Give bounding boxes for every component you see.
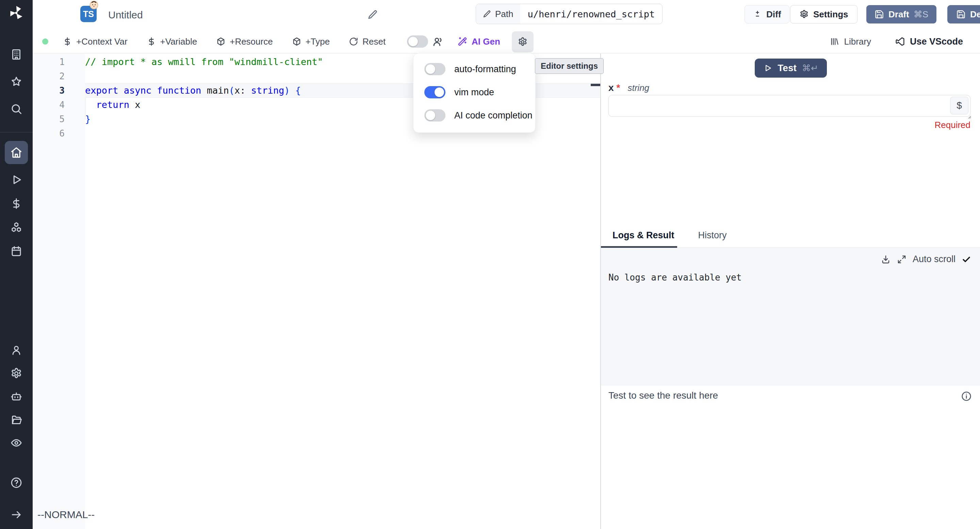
AI-code-completion-toggle[interactable] <box>424 109 445 121</box>
line-number: 4 <box>33 98 85 112</box>
sidebar-item-resources[interactable] <box>8 219 24 236</box>
sidebar-item-users[interactable] <box>8 342 24 359</box>
toolbar-button-contextvar[interactable]: +Context Var <box>63 37 127 47</box>
sidebar-item-workspace[interactable] <box>8 46 24 63</box>
logs-panel <box>601 248 980 386</box>
sidebar-item-home[interactable] <box>5 141 28 164</box>
check-icon[interactable] <box>962 255 971 264</box>
code-line[interactable] <box>85 126 323 140</box>
toolbar-button-reset[interactable]: Reset <box>349 37 385 47</box>
windmill-logo-icon[interactable] <box>8 5 24 21</box>
package-icon <box>216 37 226 46</box>
robot-icon <box>10 390 22 403</box>
use-vscode-button[interactable]: Use VScode <box>895 37 963 47</box>
deploy-button[interactable]: Deploy <box>947 5 980 24</box>
calendar-icon <box>10 245 22 257</box>
ai-gen-label: AI Gen <box>472 37 500 47</box>
sidebar-item-workers[interactable] <box>8 389 24 405</box>
sidebar-item-runs[interactable] <box>8 172 24 188</box>
result-placeholder: Test to see the result here <box>608 390 718 401</box>
menu-option-vim-mode: vim mode <box>414 81 535 104</box>
tab-history[interactable]: History <box>698 230 727 247</box>
auto-scroll-label[interactable]: Auto scroll <box>913 254 956 264</box>
library-icon <box>830 37 839 46</box>
diff-button-label: Diff <box>766 9 781 20</box>
user-icon <box>10 344 22 357</box>
field-type: string <box>627 83 649 93</box>
code-line[interactable]: // import * as wmill from "windmill-clie… <box>85 55 323 69</box>
vim-mode-toggle[interactable] <box>424 86 445 99</box>
download-logs-icon[interactable] <box>881 254 891 264</box>
editor-toolbar: +Context Var+Variable+Resource+TypeReset… <box>33 30 980 53</box>
boxes-icon <box>10 221 22 234</box>
line-number: 2 <box>33 69 85 83</box>
path-label: Path <box>495 9 514 19</box>
info-icon[interactable] <box>961 391 972 402</box>
line-number: 6 <box>33 126 85 140</box>
active-tab-underline <box>601 246 677 248</box>
test-shortcut: ⌘↵ <box>802 63 818 73</box>
script-title: Untitled <box>108 9 143 21</box>
eye-icon <box>10 437 22 449</box>
draft-shortcut: ⌘S <box>914 9 928 20</box>
sidebar-bottom-group <box>0 342 33 451</box>
toolbar-button-label: +Type <box>305 37 330 47</box>
sidebar-item-schedules[interactable] <box>8 243 24 260</box>
toolbar-button-resource[interactable]: +Resource <box>216 37 272 47</box>
sidebar-item-variables[interactable] <box>8 195 24 212</box>
users-icon[interactable] <box>432 36 444 48</box>
play-icon <box>10 174 22 186</box>
tab-logs-result[interactable]: Logs & Result <box>612 230 675 247</box>
sidebar-item-search[interactable] <box>8 101 24 117</box>
path-label-segment[interactable]: Path <box>476 4 520 24</box>
pencil-icon <box>483 10 491 18</box>
edit-title-pencil-icon[interactable] <box>368 10 378 20</box>
toolbar-button-type[interactable]: +Type <box>292 37 330 47</box>
library-label: Library <box>844 37 871 47</box>
auto-formatting-toggle[interactable] <box>424 63 445 75</box>
library-button[interactable]: Library <box>830 37 871 47</box>
sidebar-item-folders[interactable] <box>8 411 24 428</box>
sidebar-item-audit-logs[interactable] <box>8 435 24 451</box>
dollar-icon <box>63 37 72 46</box>
editor-settings-button[interactable] <box>512 31 533 53</box>
result-tabs: Logs & ResultHistory <box>601 230 727 247</box>
line-number: 1 <box>33 55 85 69</box>
toolbar-button-label: Reset <box>363 37 385 47</box>
sidebar-main-group <box>0 141 33 260</box>
toolbar-right-group: Library Use VScode <box>830 30 963 53</box>
maximize-icon[interactable] <box>897 255 907 264</box>
path-pill[interactable]: Path u/henri/renowned_script <box>476 4 662 24</box>
code-line[interactable]: return x <box>85 98 323 112</box>
panel-divider[interactable] <box>600 53 601 529</box>
menu-option-auto-formatting: auto-formatting <box>414 57 535 81</box>
play-icon <box>763 64 772 73</box>
collab-toggle[interactable] <box>407 35 428 48</box>
ai-gen-button[interactable]: AI Gen <box>457 30 500 53</box>
required-star: * <box>617 82 620 93</box>
test-button[interactable]: Test ⌘↵ <box>755 59 827 78</box>
toolbar-button-variable[interactable]: +Variable <box>147 37 197 47</box>
path-value[interactable]: u/henri/renowned_script <box>520 4 662 24</box>
header: TS Untitled Path u/henri/renowned_script… <box>33 0 980 30</box>
diff-button[interactable]: Diff <box>745 5 789 24</box>
refresh-icon <box>349 37 358 46</box>
code-line[interactable] <box>85 69 323 83</box>
star-icon <box>10 76 22 88</box>
dollar-icon <box>147 37 156 46</box>
sidebar-item-favorites[interactable] <box>8 73 24 90</box>
sidebar-item-collapse[interactable] <box>8 507 24 523</box>
code-line[interactable]: export async function main(x: string) { <box>85 83 323 98</box>
sidebar-item-help[interactable] <box>8 475 24 491</box>
logs-toolbar: Auto scroll <box>881 254 971 264</box>
save-draft-button[interactable]: Draft ⌘S <box>866 5 937 24</box>
code-line[interactable]: } <box>85 112 323 126</box>
menu-option-label: AI code completion <box>454 110 533 121</box>
sidebar-item-settings[interactable] <box>8 365 24 382</box>
code-lines[interactable]: // import * as wmill from "windmill-clie… <box>85 55 323 140</box>
resize-handle-icon[interactable] <box>964 112 972 120</box>
building-icon <box>10 48 22 61</box>
settings-button[interactable]: Settings <box>790 5 858 24</box>
overview-ruler-mark <box>591 84 600 86</box>
x-input[interactable] <box>608 95 970 117</box>
